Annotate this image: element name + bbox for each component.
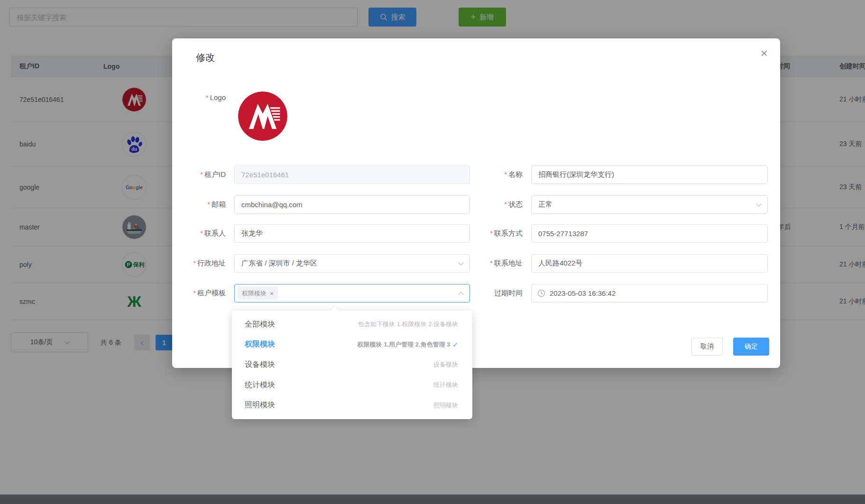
confirm-button[interactable]: 确定 <box>733 338 769 356</box>
region-cascader[interactable]: 广东省 / 深圳市 / 龙华区 <box>234 254 470 273</box>
status-select[interactable]: 正常 <box>531 195 768 214</box>
required-mark: * <box>193 259 196 267</box>
check-icon: ✓ <box>452 341 458 348</box>
close-icon: × <box>761 46 768 60</box>
expire-value: 2023-05-03 16:36:42 <box>550 289 616 297</box>
address-field[interactable] <box>531 254 768 273</box>
dropdown-option[interactable]: 照明模块 照明模块 <box>232 395 472 415</box>
close-button[interactable]: × <box>761 47 768 59</box>
required-mark: * <box>207 200 210 208</box>
tenant-id-field <box>234 165 470 184</box>
dropdown-option[interactable]: 设备模块 设备模块 <box>232 355 472 375</box>
dropdown-option-selected[interactable]: 权限模块 权限模块 1.用户管理 2.角色管理 3✓ <box>232 335 472 355</box>
required-mark: * <box>490 229 493 237</box>
clock-icon <box>537 289 545 297</box>
region-label: 行政地址 <box>197 259 226 267</box>
dropdown-option[interactable]: 全部模块 包含如下模块 1.权限模块 2.设备模块 <box>232 314 472 335</box>
required-mark: * <box>200 229 203 237</box>
email-label: 邮箱 <box>212 200 226 208</box>
phone-label: 联系方式 <box>494 229 523 237</box>
email-field[interactable] <box>234 195 470 214</box>
required-mark: * <box>193 289 196 297</box>
tenant-id-label: 租户ID <box>204 170 226 178</box>
required-mark: * <box>504 170 507 178</box>
name-field[interactable] <box>531 165 768 184</box>
status-label: 状态 <box>508 200 523 208</box>
phone-field[interactable] <box>531 224 768 243</box>
cancel-button[interactable]: 取消 <box>691 338 723 356</box>
required-mark: * <box>206 93 209 101</box>
tag-label: 权限模块 <box>242 289 267 298</box>
contact-field[interactable] <box>234 224 470 243</box>
dropdown-option[interactable]: 统计模块 统计模块 <box>232 375 472 395</box>
selected-template-tag: 权限模块 × <box>238 287 278 300</box>
region-value: 广东省 / 深圳市 / 龙华区 <box>241 259 317 268</box>
template-dropdown: 全部模块 包含如下模块 1.权限模块 2.设备模块 权限模块 权限模块 1.用户… <box>232 311 472 419</box>
required-mark: * <box>200 170 203 178</box>
template-multiselect[interactable]: 权限模块 × <box>234 284 470 302</box>
address-label: 联系地址 <box>494 259 523 267</box>
tenant-logo-image[interactable] <box>238 92 287 141</box>
expire-datepicker[interactable]: 2023-05-03 16:36:42 <box>531 284 768 302</box>
dialog-title: 修改 <box>196 51 215 64</box>
status-value: 正常 <box>538 200 552 209</box>
logo-field-label: Logo <box>210 93 226 101</box>
expire-label: 过期时间 <box>494 289 523 297</box>
template-label: 租户模板 <box>197 289 226 297</box>
required-mark: * <box>504 200 507 208</box>
contact-label: 联系人 <box>204 229 226 237</box>
chevron-down-icon <box>756 201 761 206</box>
required-mark: * <box>490 259 493 267</box>
tag-close-icon[interactable]: × <box>270 290 274 297</box>
name-label: 名称 <box>508 170 523 178</box>
